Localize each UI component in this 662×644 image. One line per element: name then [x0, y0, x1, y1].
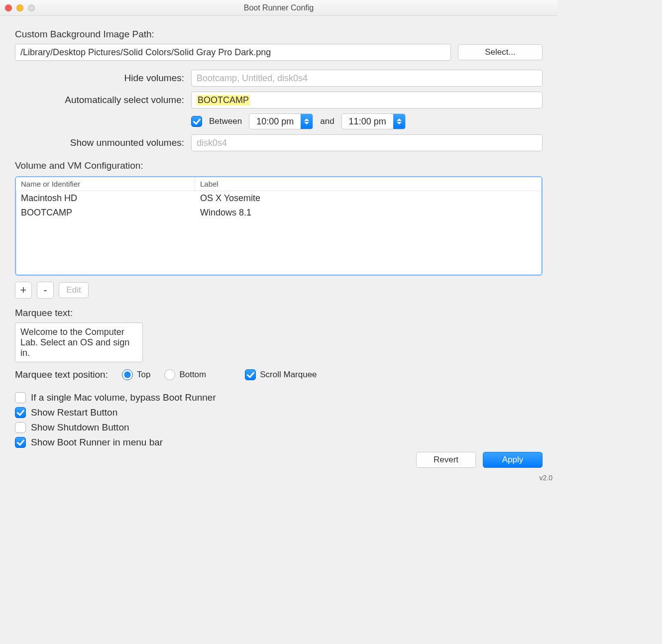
titlebar: Boot Runner Config [0, 0, 557, 16]
version-label: v2.0 [540, 474, 552, 482]
restart-label: Show Restart Button [31, 407, 117, 418]
table-cell: BOOTCAMP [16, 206, 195, 220]
scroll-marquee-checkbox[interactable] [245, 369, 256, 380]
auto-select-input[interactable]: BOOTCAMP [191, 92, 543, 108]
bg-path-label: Custom Background Image Path: [15, 29, 543, 40]
vm-config-label: Volume and VM Configuration: [15, 160, 543, 171]
auto-select-value: BOOTCAMP [197, 95, 250, 106]
table-cell: OS X Yosemite [195, 191, 542, 206]
position-bottom-label: Bottom [179, 370, 206, 380]
vm-table[interactable]: Name or Identifier Label Macintosh HD OS… [15, 176, 543, 276]
show-unmounted-input[interactable]: disk0s4 [191, 134, 543, 151]
table-header-name[interactable]: Name or Identifier [16, 177, 195, 191]
marquee-label: Marquee text: [15, 308, 543, 319]
bg-path-input[interactable]: /Library/Desktop Pictures/Solid Colors/S… [15, 44, 451, 61]
menubar-checkbox[interactable] [15, 437, 26, 448]
position-top-label: Top [137, 370, 150, 380]
restart-checkbox[interactable] [15, 407, 26, 418]
table-row[interactable]: BOOTCAMP Windows 8.1 [16, 206, 542, 220]
show-unmounted-label: Show unmounted volumes: [70, 137, 184, 148]
table-cell: Macintosh HD [16, 191, 195, 206]
chevron-up-down-icon[interactable] [301, 114, 313, 129]
between-label: Between [209, 116, 242, 126]
between-end-popup[interactable]: 11:00 pm [341, 113, 406, 129]
window-title: Boot Runner Config [0, 3, 557, 12]
between-start-popup[interactable]: 10:00 pm [249, 113, 313, 129]
select-button[interactable]: Select... [458, 44, 543, 60]
table-header-label[interactable]: Label [195, 177, 542, 191]
marquee-position-label: Marquee text position: [15, 369, 108, 380]
revert-button[interactable]: Revert [416, 452, 476, 468]
between-checkbox[interactable] [191, 116, 202, 127]
table-cell: Windows 8.1 [195, 206, 542, 220]
position-top-radio[interactable] [122, 369, 133, 380]
position-bottom-radio[interactable] [164, 369, 175, 380]
add-button[interactable]: + [15, 282, 32, 299]
apply-button[interactable]: Apply [483, 452, 543, 468]
between-and: and [320, 116, 334, 126]
hide-volumes-label: Hide volumes: [124, 73, 184, 84]
shutdown-label: Show Shutdown Button [31, 422, 129, 433]
shutdown-checkbox[interactable] [15, 422, 26, 433]
table-row[interactable]: Macintosh HD OS X Yosemite [16, 191, 542, 206]
chevron-up-down-icon[interactable] [393, 114, 405, 129]
menubar-label: Show Boot Runner in menu bar [31, 437, 163, 448]
bypass-checkbox[interactable] [15, 392, 26, 403]
auto-select-label: Automatically select volume: [65, 95, 184, 106]
bypass-label: If a single Mac volume, bypass Boot Runn… [31, 392, 216, 403]
edit-button[interactable]: Edit [59, 282, 89, 298]
hide-volumes-input[interactable]: Bootcamp, Untitled, disk0s4 [191, 70, 543, 87]
remove-button[interactable]: - [37, 282, 54, 299]
scroll-marquee-label: Scroll Marquee [260, 370, 317, 380]
marquee-text-input[interactable] [15, 322, 143, 362]
